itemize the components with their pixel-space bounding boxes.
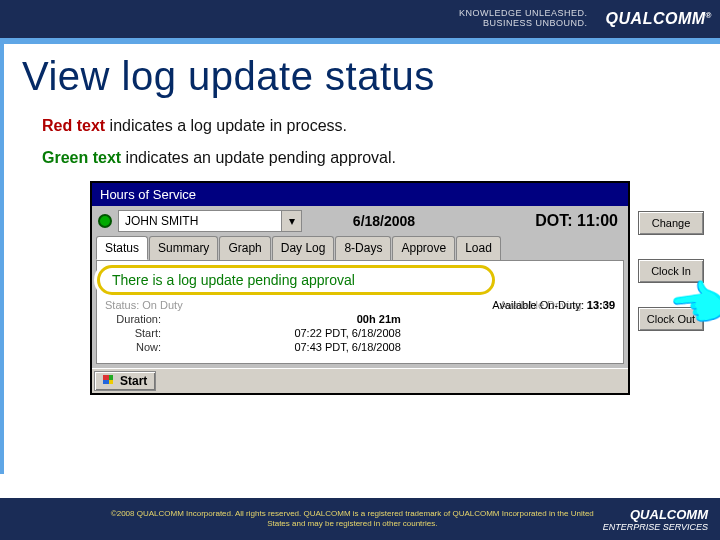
- dot-clock: DOT: 11:00: [466, 212, 622, 230]
- change-button[interactable]: Change: [638, 211, 704, 235]
- status-led-icon: [98, 214, 112, 228]
- brand-logo: QUALCOMM®: [606, 10, 712, 28]
- tab-summary[interactable]: Summary: [149, 236, 218, 260]
- pointing-hand-icon: 👉: [666, 271, 720, 336]
- tab-graph[interactable]: Graph: [219, 236, 270, 260]
- duration-label: Duration:: [105, 313, 161, 325]
- status-panel: There is a log update pending approval S…: [96, 260, 624, 364]
- tab-status[interactable]: Status: [96, 236, 148, 260]
- header-bar: KNOWLEDGE UNLEASHED. BUSINESS UNBOUND. Q…: [0, 0, 720, 38]
- tab-load[interactable]: Load: [456, 236, 501, 260]
- app-titlebar: Hours of Service: [92, 183, 628, 206]
- available-on-duty: Available On-Duty: 13:39: [492, 299, 615, 311]
- current-date: 6/18/2008: [308, 213, 460, 229]
- app-window: Hours of Service ▾ 6/18/2008 DOT: 11:00 …: [90, 181, 630, 395]
- legend-green: Green text indicates an update pending a…: [42, 149, 678, 167]
- duration-value: 00h 21m: [357, 313, 401, 325]
- windows-logo-icon: [103, 375, 117, 387]
- taskbar: Start: [92, 368, 628, 393]
- driver-name-input[interactable]: [118, 210, 282, 232]
- footer-copyright: ©2008 QUALCOMM Incorporated. All rights …: [102, 509, 603, 528]
- legend-red: Red text indicates a log update in proce…: [42, 117, 678, 135]
- side-accent: [0, 44, 4, 474]
- tab-8-days[interactable]: 8-Days: [335, 236, 391, 260]
- start-label: Start:: [105, 327, 161, 339]
- footer-bar: ©2008 QUALCOMM Incorporated. All rights …: [0, 498, 720, 540]
- start-value: 07:22 PDT, 6/18/2008: [294, 327, 400, 339]
- tab-day-log[interactable]: Day Log: [272, 236, 335, 260]
- tab-approve[interactable]: Approve: [392, 236, 455, 260]
- now-value: 07:43 PDT, 6/18/2008: [294, 341, 400, 353]
- footer-logo: QUALCOMMENTERPRISE SERVICES: [603, 507, 708, 532]
- slide-title: View log update status: [0, 44, 720, 105]
- driver-dropdown-button[interactable]: ▾: [282, 210, 302, 232]
- header-tagline: KNOWLEDGE UNLEASHED. BUSINESS UNBOUND.: [459, 9, 588, 29]
- start-button[interactable]: Start: [94, 371, 156, 391]
- now-label: Now:: [105, 341, 161, 353]
- tab-bar: Status Summary Graph Day Log 8-Days Appr…: [92, 236, 628, 260]
- pending-approval-callout: There is a log update pending approval: [97, 265, 495, 295]
